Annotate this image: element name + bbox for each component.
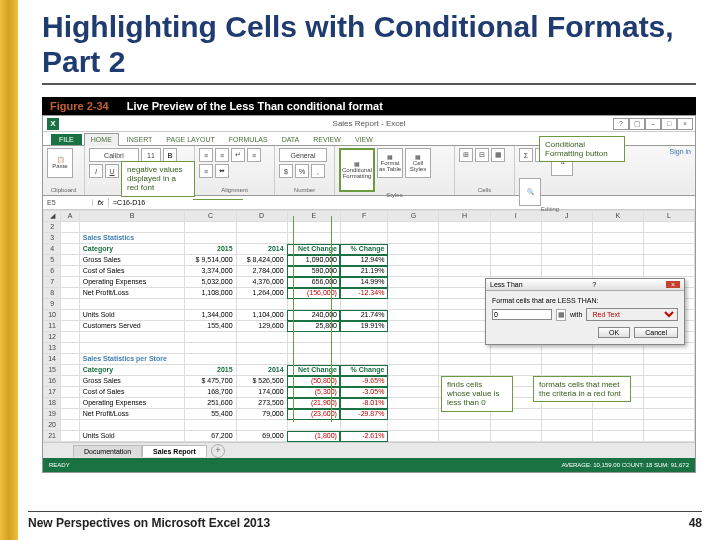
cell[interactable]: 1,090,000 — [287, 255, 340, 266]
cell[interactable]: Units Sold — [79, 310, 185, 321]
col-header[interactable]: H — [439, 211, 490, 222]
cell[interactable]: Sales Statistics per Store — [79, 354, 185, 365]
cell[interactable] — [61, 288, 80, 299]
col-header[interactable]: I — [490, 211, 541, 222]
cell[interactable] — [185, 343, 236, 354]
cell[interactable] — [340, 332, 387, 343]
cell[interactable]: Operating Expenses — [79, 398, 185, 409]
col-header[interactable]: C — [185, 211, 236, 222]
cell[interactable] — [490, 354, 541, 365]
bold-button[interactable]: B — [163, 148, 177, 162]
cell[interactable] — [185, 354, 236, 365]
name-box[interactable]: E5 — [43, 199, 93, 206]
cell[interactable] — [490, 222, 541, 233]
cell[interactable] — [439, 244, 490, 255]
cell[interactable] — [79, 332, 185, 343]
cell[interactable]: 1,344,000 — [185, 310, 236, 321]
cell[interactable] — [439, 222, 490, 233]
cell[interactable] — [340, 354, 387, 365]
fx-icon[interactable]: fx — [93, 198, 109, 207]
row-header[interactable]: 6 — [44, 266, 61, 277]
cell[interactable] — [490, 365, 541, 376]
cell[interactable] — [287, 420, 340, 431]
cell[interactable]: 14.99% — [340, 277, 387, 288]
cell[interactable] — [490, 255, 541, 266]
cell[interactable]: 168,700 — [185, 387, 236, 398]
cell[interactable]: Net Profit/Loss — [79, 409, 185, 420]
cell[interactable] — [61, 376, 80, 387]
cell[interactable] — [439, 266, 490, 277]
cell[interactable] — [388, 233, 439, 244]
merge-button[interactable]: ⬌ — [215, 164, 229, 178]
cell[interactable] — [79, 222, 185, 233]
cell[interactable]: % Change — [340, 365, 387, 376]
cell[interactable] — [643, 376, 694, 387]
cell[interactable] — [541, 409, 592, 420]
row-header[interactable]: 11 — [44, 321, 61, 332]
cell[interactable]: 19.91% — [340, 321, 387, 332]
cell[interactable] — [79, 299, 185, 310]
row-header[interactable]: 17 — [44, 387, 61, 398]
cell[interactable] — [388, 255, 439, 266]
cell[interactable] — [185, 299, 236, 310]
row-header[interactable]: 16 — [44, 376, 61, 387]
cell[interactable] — [61, 354, 80, 365]
cell[interactable]: -3.05% — [340, 387, 387, 398]
minimize-icon[interactable]: – — [645, 118, 661, 130]
cell[interactable]: 155,400 — [185, 321, 236, 332]
cell[interactable] — [643, 365, 694, 376]
row-header[interactable]: 18 — [44, 398, 61, 409]
cell[interactable] — [388, 376, 439, 387]
cell[interactable] — [439, 233, 490, 244]
cell[interactable]: 67,200 — [185, 431, 236, 442]
cell[interactable] — [643, 266, 694, 277]
cell[interactable] — [236, 343, 287, 354]
signin-link[interactable]: Sign in — [670, 148, 691, 155]
help-icon[interactable]: ? — [613, 118, 629, 130]
cell[interactable] — [236, 332, 287, 343]
cell[interactable] — [236, 299, 287, 310]
cell[interactable] — [592, 222, 643, 233]
cell[interactable]: -29.87% — [340, 409, 387, 420]
insert-button[interactable]: ⊞ — [459, 148, 473, 162]
cell[interactable]: 1,264,000 — [236, 288, 287, 299]
cell[interactable] — [592, 233, 643, 244]
cell[interactable] — [439, 343, 490, 354]
cell[interactable] — [541, 244, 592, 255]
cell[interactable] — [236, 354, 287, 365]
cell[interactable] — [541, 255, 592, 266]
align-mid-icon[interactable]: ≡ — [215, 148, 229, 162]
cell-styles-button[interactable]: ▦Cell Styles — [405, 148, 431, 178]
ok-button[interactable]: OK — [598, 327, 630, 338]
cell[interactable]: 656,000 — [287, 277, 340, 288]
cell[interactable]: Sales Statistics — [79, 233, 185, 244]
cell[interactable]: 12.94% — [340, 255, 387, 266]
cell[interactable]: 2015 — [185, 365, 236, 376]
cell[interactable]: 2,784,000 — [236, 266, 287, 277]
row-header[interactable]: 5 — [44, 255, 61, 266]
cell[interactable] — [439, 277, 490, 288]
cell[interactable] — [541, 233, 592, 244]
cell[interactable]: 129,600 — [236, 321, 287, 332]
cell[interactable] — [185, 332, 236, 343]
cell[interactable] — [388, 365, 439, 376]
cell[interactable] — [61, 244, 80, 255]
cell[interactable]: 55,400 — [185, 409, 236, 420]
format-button[interactable]: ▦ — [491, 148, 505, 162]
sheet-tab-sales-report[interactable]: Sales Report — [142, 445, 207, 457]
cell[interactable] — [287, 332, 340, 343]
cell[interactable] — [490, 266, 541, 277]
format-as-table-button[interactable]: ▦Format as Table — [377, 148, 403, 178]
cell[interactable]: 3,374,000 — [185, 266, 236, 277]
cell[interactable]: (23,600) — [287, 409, 340, 420]
cell[interactable] — [236, 420, 287, 431]
cell[interactable] — [61, 365, 80, 376]
cell[interactable]: (156,000) — [287, 288, 340, 299]
cell[interactable] — [643, 255, 694, 266]
cell[interactable] — [643, 409, 694, 420]
cell[interactable] — [388, 244, 439, 255]
cell[interactable] — [388, 398, 439, 409]
cell[interactable] — [185, 222, 236, 233]
row-header[interactable]: 9 — [44, 299, 61, 310]
cell[interactable] — [61, 321, 80, 332]
